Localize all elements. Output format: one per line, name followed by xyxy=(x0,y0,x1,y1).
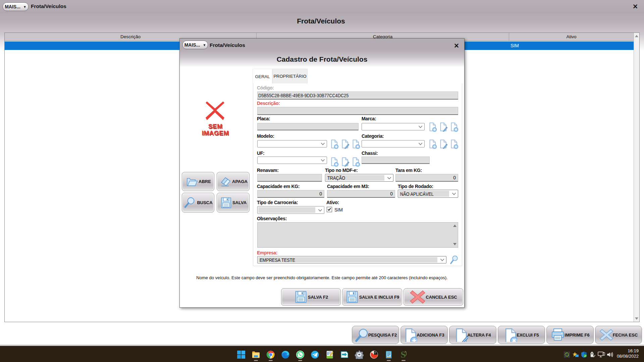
svg-text:S: S xyxy=(400,350,406,359)
